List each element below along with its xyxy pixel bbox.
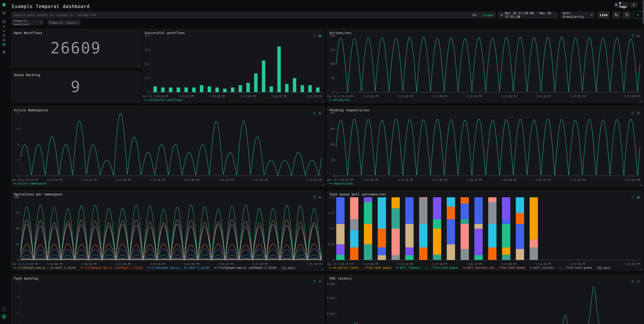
resize-handle[interactable] [138, 101, 140, 102]
legend-label: successful workflows [148, 98, 182, 102]
legend-dash-icon [144, 100, 147, 100]
legend-dash-icon [463, 268, 466, 268]
svg-text:5:39:30 PM: 5:39:30 PM [466, 95, 482, 98]
bar-chart-toggle-icon[interactable] [636, 195, 640, 199]
help-button[interactable]: ? [1, 307, 7, 312]
filters-button[interactable] [623, 11, 631, 18]
search-events-icon[interactable] [2, 20, 6, 24]
chart-legend: successful workflows [144, 98, 182, 102]
lucene-mode-label[interactable]: Lucene [482, 13, 494, 17]
chart-legend: active namespaces [14, 182, 46, 185]
legend-item[interactable]: action/sec [329, 98, 350, 102]
legend-item[interactable]: no_poller_tasks ..-flow-task-queue [329, 266, 391, 269]
tags-button[interactable]: 0 Tags [615, 2, 628, 7]
svg-text:5:42:00 PM: 5:42:00 PM [184, 179, 199, 182]
app-logo-icon[interactable] [2, 3, 6, 7]
refresh-button[interactable]: ↻ [613, 11, 620, 18]
bar-chart-toggle-icon[interactable] [318, 111, 322, 114]
granularity-select[interactable]: Auto Granularity [560, 11, 595, 18]
panel-title: Successful workflows [144, 31, 185, 35]
bar-chart-toggle-icon[interactable] [636, 34, 640, 37]
bar-chart-toggle-icon[interactable] [318, 34, 322, 37]
line-chart-toggle-icon[interactable] [631, 111, 634, 114]
line-chart-toggle-icon[interactable] [313, 280, 316, 283]
run-query-button[interactable] [633, 11, 643, 18]
line-chart-toggle-icon[interactable] [631, 280, 634, 283]
legend-more-link[interactable]: +56 more [597, 266, 610, 269]
legend-item[interactable]: poll_success_syn..-flow-task-queue [463, 266, 525, 269]
line-chart-toggle-icon[interactable] [313, 195, 316, 199]
panel-successful-workflows: Successful workflows 0.80.60.40.20Dec 16… [142, 29, 324, 103]
query-language-toggle[interactable]: SQL | Lucene [472, 11, 494, 18]
svg-text:5:37:00 PM: 5:37:00 PM [432, 179, 447, 182]
collapse-sidebar-icon[interactable] [2, 11, 6, 15]
bar-chart-toggle-icon[interactable] [636, 111, 640, 114]
line-chart-toggle-icon[interactable] [313, 34, 316, 37]
sql-mode-label[interactable]: SQL [472, 13, 478, 17]
svg-text:5:51:00 PM: 5:51:00 PM [625, 263, 640, 266]
panel-title: Operations per namespace [14, 192, 62, 196]
line-chart-toggle-icon[interactable] [631, 195, 634, 199]
legend-item[interactable]: requests/sec [329, 182, 354, 185]
legend-item[interactable]: clickpipes-aws-p..-us-east-1.12c4n [148, 266, 210, 269]
date-range-picker[interactable]: Dec 16 17:29:30 - Dec 16 17:51:30 [498, 11, 558, 18]
filter-funnel-icon [625, 13, 628, 17]
filter-chip-temporal-region[interactable]: Temporal region [47, 20, 80, 25]
legend-label: poll_timeout · c..-flow-task-queue [400, 266, 458, 269]
svg-text:4: 4 [18, 143, 19, 146]
legend-label: no_poller_tasks ..-flow-task-queue [333, 266, 391, 269]
alerts-bell-icon[interactable] [2, 29, 6, 33]
panel-title: Actions/sec [330, 31, 352, 35]
legend-item[interactable]: poll_success · c..-flow-task-queue [530, 266, 592, 269]
panel-task-queue-poll-outcomes: Task queue poll outcomes/sec 0.20.150.10… [326, 190, 643, 271]
legend-dash-icon [148, 268, 150, 268]
service-map-icon[interactable] [2, 38, 6, 42]
dashboards-icon[interactable] [2, 42, 6, 46]
svg-text:0.15: 0.15 [328, 212, 334, 215]
line-chart-toggle-icon[interactable] [313, 111, 316, 114]
search-input[interactable] [11, 11, 496, 18]
settings-gear-icon[interactable]: ⚙ [2, 50, 6, 54]
legend-item[interactable]: clickpipes-aws-p..-us-east-2.12c4n [14, 266, 76, 269]
bar-chart-toggle-icon[interactable] [318, 195, 322, 199]
svg-text:5:42:00 PM: 5:42:00 PM [501, 179, 516, 182]
legend-dash-icon [214, 268, 217, 268]
date-range-value: Dec 16 17:29:30 - Dec 16 17:51:30 [505, 11, 556, 18]
svg-text:2: 2 [18, 312, 19, 315]
vertical-scrollbar[interactable] [642, 0, 644, 324]
bar-chart-toggle-icon[interactable] [636, 280, 640, 283]
legend-item[interactable]: clickpipes-aws-p..outheast-2.12c4n [80, 266, 143, 269]
svg-text:5:37:00 PM: 5:37:00 PM [116, 263, 131, 266]
live-button[interactable]: Live [598, 11, 610, 18]
legend-more-link[interactable]: +12 more [281, 266, 295, 269]
user-avatar[interactable]: D [1, 314, 7, 320]
svg-text:Dec 16 5:29:30 PM: Dec 16 5:29:30 PM [12, 179, 38, 182]
chart-legend: requests/sec [329, 182, 354, 185]
bar-chart-toggle-icon[interactable] [318, 280, 322, 283]
sessions-laptop-icon[interactable] [2, 33, 6, 37]
kebab-icon: ⋮ [632, 3, 636, 6]
dashboard-menu-button[interactable]: ⋮ [630, 2, 638, 7]
filter-chip-temporal-namespace[interactable]: Temporal namespace [11, 20, 44, 25]
scrollbar-thumb[interactable] [643, 0, 644, 24]
resize-handle[interactable] [138, 65, 140, 67]
granularity-value: Auto Granularity [563, 11, 591, 18]
line-chart-toggle-icon[interactable] [631, 34, 634, 37]
panel-title: Open Workflows [14, 31, 42, 35]
legend-dash-icon [14, 183, 16, 184]
svg-text:5:34:30 PM: 5:34:30 PM [398, 263, 413, 266]
chart-legend: action/sec [329, 98, 350, 102]
legend-item[interactable]: active namespaces [14, 182, 46, 185]
legend-item[interactable]: successful workflows [144, 98, 182, 102]
svg-text:50: 50 [332, 77, 334, 80]
legend-item[interactable]: clickpipes-aws-p..outheast-2.12c4n [214, 266, 276, 269]
legend-label: poll_success_syn..-flow-task-queue [467, 266, 525, 269]
svg-text:Dec 16 5:29:30 PM: Dec 16 5:29:30 PM [327, 179, 353, 182]
svg-text:5:37:00 PM: 5:37:00 PM [432, 95, 447, 98]
svg-text:5:51:00 PM: 5:51:00 PM [306, 263, 322, 266]
svg-text:0: 0 [148, 91, 150, 94]
calendar-icon [500, 13, 503, 17]
chart-explorer-icon[interactable] [2, 24, 6, 28]
legend-item[interactable]: poll_timeout · c..-flow-task-queue [396, 266, 458, 269]
chart-legend: no_poller_tasks ..-flow-task-queuepoll_t… [329, 266, 610, 269]
